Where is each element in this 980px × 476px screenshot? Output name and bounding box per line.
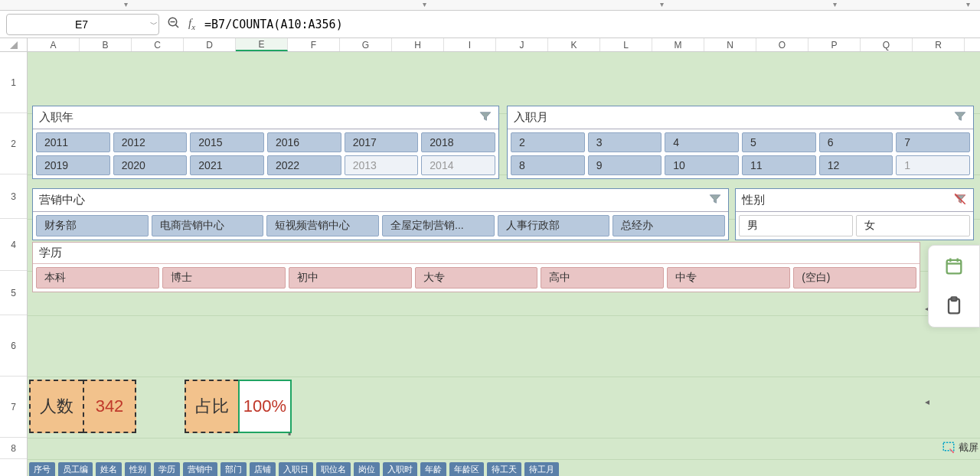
screenshot-button[interactable]: 截屏: [942, 441, 978, 455]
column-header[interactable]: J: [496, 38, 548, 51]
slicer-item[interactable]: 2020: [113, 155, 188, 175]
column-header[interactable]: P: [808, 38, 861, 51]
row-header[interactable]: 7: [0, 377, 27, 438]
slicer-month[interactable]: 入职月 234567891011121: [507, 106, 974, 179]
slicer-education[interactable]: 学历 本科博士初中大专高中中专(空白): [32, 242, 920, 292]
fx-icon[interactable]: fx: [188, 17, 195, 31]
row-header[interactable]: 2: [0, 113, 27, 174]
row-header[interactable]: 6: [0, 315, 27, 377]
slicer-dept[interactable]: 营销中心 财务部电商营销中心短视频营销中心全屋定制营销...人事行政部总经办: [32, 188, 729, 240]
slicer-item[interactable]: (空白): [793, 267, 916, 289]
formula-input[interactable]: [203, 15, 974, 34]
slicer-item[interactable]: 初中: [289, 267, 412, 289]
slicer-item[interactable]: 财务部: [36, 215, 149, 236]
calendar-icon[interactable]: [941, 253, 967, 279]
slicer-item[interactable]: 9: [588, 155, 662, 175]
peek-column: 姓名: [96, 462, 122, 476]
filter-icon[interactable]: [953, 109, 967, 126]
summary-ratio-label: 占比: [185, 380, 238, 433]
ribbon-drop-icon[interactable]: ▾: [423, 0, 426, 8]
column-header[interactable]: M: [652, 38, 704, 51]
column-header[interactable]: G: [340, 38, 392, 51]
slicer-item[interactable]: 2011: [36, 132, 110, 152]
slicer-item[interactable]: 8: [511, 155, 585, 175]
peek-column: 待工月: [524, 462, 559, 476]
column-header[interactable]: K: [548, 38, 600, 51]
slicer-item[interactable]: 4: [665, 132, 739, 152]
slicer-item[interactable]: 总经办: [612, 215, 725, 236]
slicer-item[interactable]: 男: [739, 215, 853, 236]
column-header[interactable]: A: [28, 38, 80, 51]
slicer-item[interactable]: 2018: [421, 132, 495, 152]
filter-icon[interactable]: [479, 109, 492, 126]
svg-rect-10: [943, 442, 954, 451]
slicer-item[interactable]: 高中: [541, 267, 664, 289]
slicer-item[interactable]: 10: [665, 155, 739, 175]
slicer-item[interactable]: 2014: [421, 155, 495, 175]
column-header[interactable]: O: [756, 38, 808, 51]
slicer-item[interactable]: 7: [896, 132, 970, 152]
slicer-item[interactable]: 6: [819, 132, 893, 152]
zoom-out-icon[interactable]: [167, 16, 181, 32]
slicer-item[interactable]: 11: [742, 155, 816, 175]
slicer-item[interactable]: 2021: [190, 155, 264, 175]
slicer-item[interactable]: 博士: [162, 267, 286, 289]
slicer-item[interactable]: 2013: [345, 155, 419, 175]
column-header[interactable]: C: [132, 38, 184, 51]
peek-column: 岗位: [354, 462, 380, 476]
slicer-item[interactable]: 女: [856, 215, 970, 236]
slicer-item[interactable]: 短视频营销中心: [266, 215, 379, 236]
slicer-item[interactable]: 3: [588, 132, 662, 152]
slicer-item[interactable]: 人事行政部: [498, 215, 610, 236]
column-header[interactable]: F: [288, 38, 340, 51]
slicer-year[interactable]: 入职年 201120122015201620172018201920202021…: [32, 106, 499, 179]
slicer-item[interactable]: 全屋定制营销...: [382, 215, 495, 236]
slicer-item[interactable]: 2019: [36, 155, 110, 175]
slicer-item[interactable]: 本科: [36, 267, 159, 289]
column-header[interactable]: E: [236, 38, 288, 51]
ribbon-drop-icon[interactable]: ▾: [660, 0, 664, 8]
column-header[interactable]: R: [913, 38, 965, 51]
slicer-item[interactable]: 大专: [415, 267, 538, 289]
column-header[interactable]: I: [444, 38, 496, 51]
slicer-item[interactable]: 2015: [190, 132, 264, 152]
name-box[interactable]: ﹀: [6, 14, 159, 35]
slicer-item[interactable]: 12: [819, 155, 893, 175]
slicer-item[interactable]: 1: [896, 155, 970, 175]
slicer-item[interactable]: 电商营销中心: [152, 215, 264, 236]
column-header[interactable]: H: [392, 38, 444, 51]
row-header[interactable]: 3: [0, 174, 27, 219]
filter-icon[interactable]: [708, 192, 722, 208]
slicer-item[interactable]: 2012: [113, 132, 188, 152]
slicer-gender[interactable]: 性别 男女: [735, 188, 974, 240]
slicer-item[interactable]: 2017: [345, 132, 419, 152]
column-header[interactable]: B: [80, 38, 132, 51]
row-header[interactable]: 5: [0, 271, 27, 315]
svg-rect-4: [947, 260, 962, 274]
name-box-input[interactable]: [13, 18, 150, 31]
slicer-item[interactable]: 2016: [267, 132, 341, 152]
column-header[interactable]: L: [600, 38, 652, 51]
autofill-handle-icon[interactable]: ◂: [920, 395, 934, 409]
column-header[interactable]: Q: [861, 38, 913, 51]
row-header[interactable]: 1: [0, 52, 27, 113]
clipboard-icon[interactable]: [941, 293, 967, 319]
slicer-item[interactable]: 中专: [667, 267, 790, 289]
slicer-item[interactable]: 5: [742, 132, 816, 152]
summary-count-label: 人数: [29, 380, 83, 433]
select-all-corner[interactable]: [0, 38, 27, 52]
resize-handle-icon[interactable]: ▪: [283, 427, 296, 441]
column-header[interactable]: D: [184, 38, 236, 51]
slicer-item[interactable]: 2: [511, 132, 585, 152]
chevron-down-icon[interactable]: ﹀: [150, 19, 158, 30]
row-header[interactable]: 8: [0, 438, 27, 459]
slicer-item[interactable]: 2022: [267, 155, 341, 175]
ribbon-drop-icon[interactable]: ▾: [833, 0, 837, 8]
ribbon-drop-icon[interactable]: ▾: [124, 0, 128, 8]
peek-column: 店铺: [250, 462, 276, 476]
cells-area[interactable]: ABCDEFGHIJKLMNOPQR 入职年 20112012201520162…: [28, 38, 980, 476]
clear-filter-icon[interactable]: [953, 192, 967, 208]
row-header[interactable]: 4: [0, 219, 27, 271]
ribbon-drop-icon[interactable]: ▾: [966, 0, 970, 8]
column-header[interactable]: N: [704, 38, 756, 51]
